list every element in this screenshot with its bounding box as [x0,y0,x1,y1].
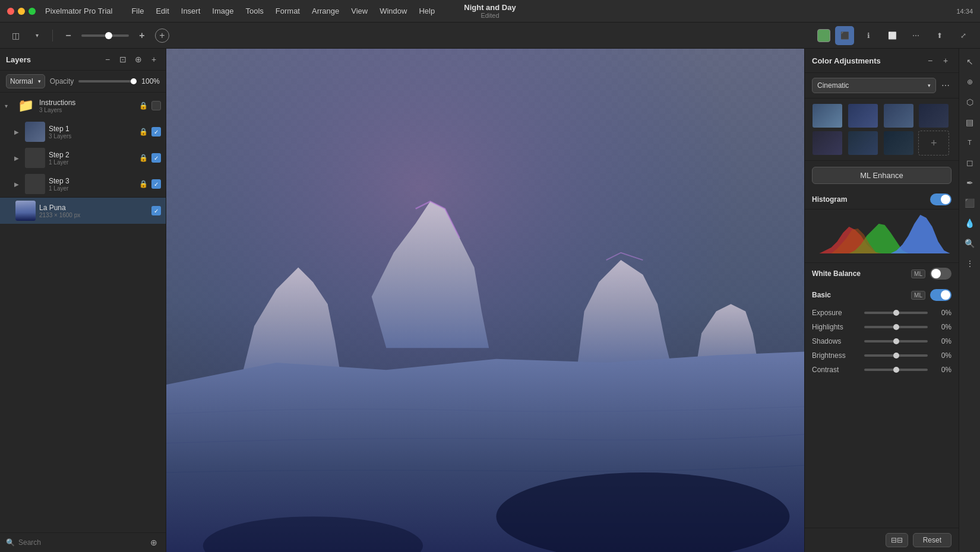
preset-thumb-1[interactable] [812,103,843,128]
canvas-image [166,49,804,552]
tool-color-picker[interactable]: 💧 [962,215,978,231]
clock: 14:34 [956,8,973,15]
menu-window[interactable]: Window [375,5,412,17]
preset-thumb-2[interactable] [848,103,878,128]
menu-arrange[interactable]: Arrange [307,5,344,17]
canvas-area[interactable] [166,49,804,552]
info-button[interactable]: ℹ [859,26,878,45]
menu-help[interactable]: Help [414,5,440,17]
tool-shape[interactable]: ◻ [962,154,978,171]
folder-icon-instructions: 📁 [18,98,34,113]
minimize-button[interactable] [18,8,25,15]
add-preset-button[interactable]: + [918,131,949,156]
layers-search-options[interactable]: ⊕ [148,537,160,548]
layers-panel-actions: − ⊡ ⊕ + [102,53,160,65]
blend-mode-select[interactable]: Normal ▾ [6,74,45,88]
layers-action-add[interactable]: + [148,53,160,65]
layer-item-step2[interactable]: ▶ Step 2 1 Layer 🔒 ✓ [0,145,166,171]
exposure-label: Exposure [812,309,859,317]
brightness-slider[interactable] [864,354,928,357]
exposure-slider[interactable] [864,312,928,314]
zoom-in-button[interactable]: + [134,27,150,44]
crop-button[interactable]: ⬜ [883,26,902,45]
preset-thumb-7[interactable] [883,131,914,156]
tool-zoom[interactable]: 🔍 [962,235,978,252]
maximize-button[interactable] [29,8,36,15]
visibility-check-step2[interactable]: ✓ [151,153,161,163]
layer-item-step1[interactable]: ▶ Step 1 3 Layers 🔒 ✓ [0,119,166,145]
tool-layers-alt[interactable]: ▤ [962,114,978,131]
menu-format[interactable]: Format [271,5,305,17]
layer-item-lapuna[interactable]: ▶ La Puna 2133 × 1600 px ✓ [0,198,166,224]
layer-chevron-step3[interactable]: ▶ [14,181,21,188]
white-balance-toggle[interactable] [930,268,951,280]
opacity-slider[interactable] [78,80,137,83]
layers-action-copy[interactable]: ⊡ [117,53,129,65]
menu-view[interactable]: View [346,5,372,17]
tool-stamp[interactable]: ⊕ [962,74,978,90]
contrast-slider[interactable] [864,369,928,371]
opacity-label: Opacity [50,77,74,85]
exposure-row: Exposure 0% [805,306,959,320]
column-view-button[interactable]: ⊟⊟ [886,533,908,547]
visibility-check-step3[interactable]: ✓ [151,179,161,189]
blend-mode-row: Normal ▾ Opacity 100% [0,71,166,93]
tool-fill[interactable]: ⬛ [962,195,978,211]
tool-more[interactable]: ⋮ [962,255,978,272]
shadows-slider[interactable] [864,340,928,342]
layer-chevron-step1[interactable]: ▶ [14,129,21,135]
layers-search-input[interactable] [18,538,144,547]
zoom-slider[interactable] [81,34,129,37]
sidebar-toggle-chevron[interactable]: ▾ [29,27,45,44]
layer-chevron-step2[interactable]: ▶ [14,155,21,161]
ml-enhance-button[interactable]: ML Enhance [812,167,951,184]
histogram-toggle[interactable] [930,193,951,205]
contrast-row: Contrast 0% [805,363,959,377]
preset-thumb-5[interactable] [812,131,843,156]
highlights-row: Highlights 0% [805,320,959,334]
menu-insert[interactable]: Insert [176,5,206,17]
zoom-out-button[interactable]: − [60,27,77,44]
preset-thumb-6[interactable] [848,131,878,156]
preset-thumbnails-grid: + [805,99,959,161]
layer-chevron-instructions[interactable]: ▾ [5,103,12,109]
visibility-check-step1[interactable]: ✓ [151,127,161,137]
tool-pen[interactable]: ✒ [962,175,978,191]
more-options-button[interactable]: ⋯ [906,26,925,45]
sidebar-toggle-button[interactable]: ◫ [7,27,24,44]
color-swatch[interactable] [817,29,830,42]
layer-thumb-instructions: 📁 [15,96,36,116]
menu-edit[interactable]: Edit [151,5,173,17]
adjustments-panel-toggle[interactable]: ⬛ [835,26,854,45]
menu-tools[interactable]: Tools [241,5,268,17]
basic-toggle[interactable] [930,289,951,301]
highlights-slider-thumb [893,324,899,330]
color-adj-minus[interactable]: − [924,55,936,66]
tool-cursor[interactable]: ↖ [962,53,978,70]
color-adj-add[interactable]: + [940,55,951,66]
layers-action-minus[interactable]: − [102,53,113,65]
menu-file[interactable]: File [127,5,148,17]
preset-thumb-4[interactable] [918,103,949,128]
layers-action-more[interactable]: ⊕ [132,53,144,65]
fullscreen-button[interactable]: ⤢ [954,26,973,45]
layer-thumb-lapuna [15,201,36,221]
layer-item-step3[interactable]: ▶ Step 3 1 Layer 🔒 ✓ [0,171,166,197]
preset-more[interactable]: ⋯ [940,80,951,91]
layers-search-bar: 🔍 ⊕ [0,532,166,552]
visibility-check-instructions[interactable] [151,101,161,110]
visibility-check-lapuna[interactable]: ✓ [151,206,161,215]
add-layer-button[interactable]: + [155,28,169,43]
layer-item-instructions[interactable]: ▾ 📁 Instructions 3 Layers 🔒 [0,93,166,119]
preset-thumb-3[interactable] [883,103,914,128]
tool-brush[interactable]: ⬡ [962,94,978,110]
histogram-chart [805,210,959,263]
preset-select[interactable]: Cinematic ▾ [812,78,936,93]
close-button[interactable] [7,8,14,15]
share-button[interactable]: ⬆ [930,26,949,45]
menu-image[interactable]: Image [207,5,238,17]
highlights-slider[interactable] [864,326,928,328]
tool-type[interactable]: T [962,134,978,151]
reset-button[interactable]: Reset [913,533,951,547]
color-adjustments-title: Color Adjustments [812,56,881,65]
